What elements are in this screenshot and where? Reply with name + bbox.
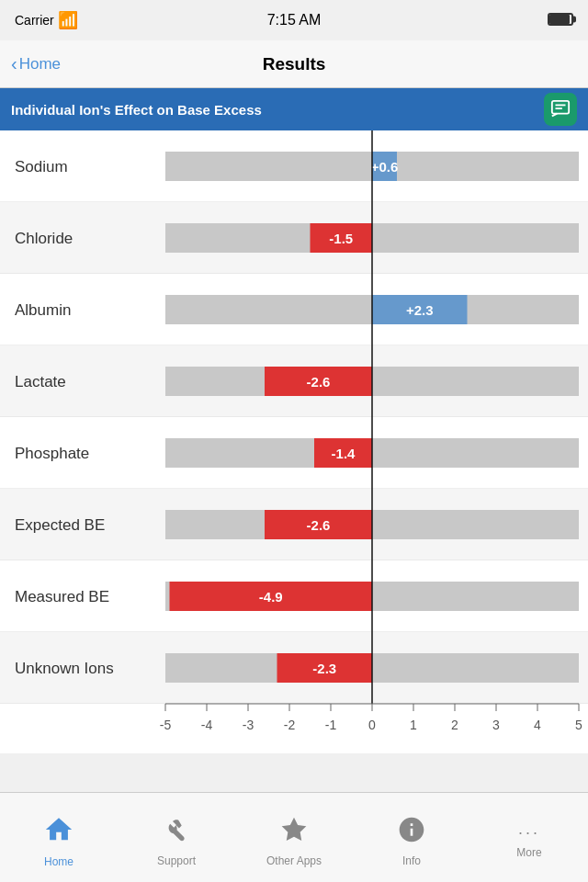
tab-home[interactable]: Home (0, 793, 118, 882)
svg-text:Sodium: Sodium (15, 158, 68, 175)
svg-text:+0.6: +0.6 (371, 159, 399, 175)
svg-text:-1.5: -1.5 (329, 231, 353, 246)
svg-rect-35 (372, 438, 579, 468)
svg-text:5: 5 (575, 718, 582, 732)
star-icon (279, 815, 309, 851)
feedback-icon[interactable] (544, 93, 577, 126)
svg-text:-1: -1 (325, 718, 337, 732)
back-button[interactable]: ‹ Home (11, 53, 61, 74)
section-header-text: Individual Ion's Effect on Base Excess (11, 102, 262, 118)
svg-text:-4: -4 (201, 718, 213, 732)
svg-text:4: 4 (534, 718, 541, 732)
svg-rect-14 (372, 223, 579, 253)
svg-text:2: 2 (451, 718, 458, 732)
tab-info-label: Info (402, 854, 421, 867)
svg-text:Unknown Ions: Unknown Ions (15, 660, 114, 677)
svg-text:3: 3 (492, 718, 500, 732)
svg-text:-1.4: -1.4 (332, 446, 356, 461)
wifi-icon: 📶 (58, 10, 78, 30)
tab-support-label: Support (157, 854, 196, 867)
svg-rect-0 (552, 101, 569, 114)
svg-text:-2.3: -2.3 (312, 661, 336, 676)
svg-rect-56 (372, 653, 579, 683)
svg-text:-2: -2 (284, 718, 296, 732)
battery-indicator (548, 13, 573, 28)
tab-support[interactable]: Support (118, 793, 235, 882)
page-title: Results (263, 54, 326, 74)
dots-icon: ··· (518, 823, 540, 842)
svg-text:-4.9: -4.9 (259, 589, 283, 605)
svg-text:-3: -3 (243, 718, 254, 732)
bar-chart: Sodium+0.6Chloride-1.5Albumin+2.3Lactate… (0, 130, 588, 750)
svg-text:-2.6: -2.6 (307, 374, 331, 390)
tab-more[interactable]: ··· More (470, 793, 588, 882)
svg-text:1: 1 (410, 718, 417, 732)
svg-text:Albumin: Albumin (15, 301, 71, 319)
info-icon (397, 815, 426, 851)
svg-text:0: 0 (368, 718, 376, 732)
svg-text:-2.6: -2.6 (307, 517, 331, 533)
svg-rect-42 (372, 510, 579, 539)
svg-text:Measured BE: Measured BE (15, 588, 109, 605)
chart-area: Sodium+0.6Chloride-1.5Albumin+2.3Lactate… (0, 130, 588, 753)
tab-otherapps[interactable]: Other Apps (235, 793, 353, 882)
back-label: Home (19, 55, 61, 74)
svg-text:+2.3: +2.3 (406, 302, 434, 318)
svg-text:Phosphate: Phosphate (15, 445, 89, 462)
svg-text:Expected BE: Expected BE (15, 516, 105, 534)
chevron-left-icon: ‹ (11, 53, 17, 74)
tab-more-label: More (516, 846, 541, 859)
tab-bar: Home Support Other Apps Info ··· More (0, 792, 588, 882)
svg-rect-22 (165, 295, 372, 324)
tab-otherapps-label: Other Apps (266, 854, 322, 867)
tab-home-label: Home (44, 855, 74, 868)
svg-rect-8 (165, 152, 372, 181)
svg-rect-28 (372, 367, 579, 396)
home-icon (43, 814, 74, 852)
svg-rect-7 (372, 152, 579, 181)
status-bar: Carrier 📶 7:15 AM (0, 0, 588, 40)
svg-text:Lactate: Lactate (15, 373, 66, 390)
time-text: 7:15 AM (267, 12, 322, 28)
carrier-text: Carrier (15, 13, 54, 28)
svg-rect-49 (372, 582, 579, 611)
tab-info[interactable]: Info (353, 793, 470, 882)
svg-text:Chloride: Chloride (15, 230, 73, 247)
nav-bar: ‹ Home Results (0, 40, 588, 88)
section-header: Individual Ion's Effect on Base Excess (0, 88, 588, 130)
svg-text:-5: -5 (160, 718, 172, 732)
wrench-icon (162, 815, 191, 851)
